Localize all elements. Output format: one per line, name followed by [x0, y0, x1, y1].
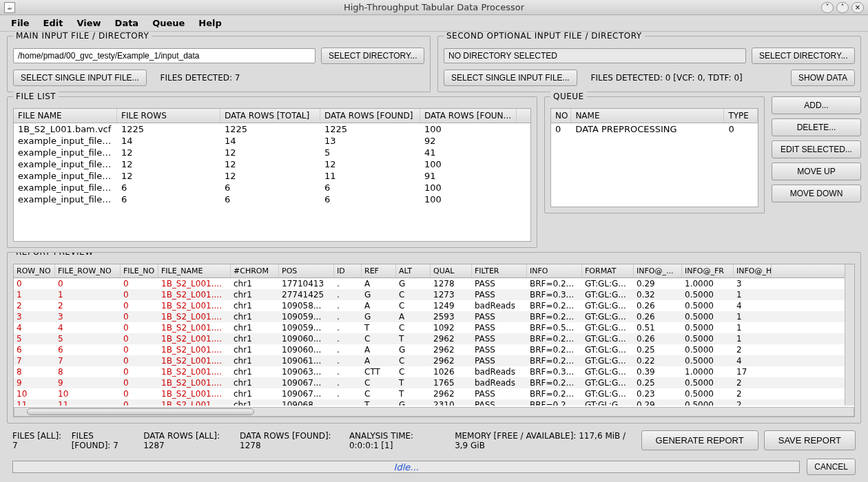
file-list-column-header[interactable]: DATA ROWS [FOUND]: [320, 109, 420, 123]
file-list-column-header[interactable]: DATA ROWS [TOTAL]: [220, 109, 320, 123]
table-cell: 11: [55, 399, 121, 406]
queue-delete-button[interactable]: DELETE...: [772, 118, 861, 136]
table-row[interactable]: 9901B_S2_L001....chr1109067....CT1765bad…: [14, 377, 845, 388]
table-cell: PASS: [472, 278, 527, 289]
table-cell: 1B_S2_L001....: [158, 278, 231, 289]
report-column-header[interactable]: #CHROM: [231, 264, 279, 277]
table-row[interactable]: example_input_file2...1212541: [14, 147, 530, 158]
report-column-header[interactable]: ROW_NO: [14, 264, 55, 277]
table-cell: GT:GL:G...: [582, 322, 634, 333]
report-column-header[interactable]: FILE_NO: [121, 264, 158, 277]
table-cell: T: [362, 399, 396, 406]
queue-move-down-button[interactable]: MOVE DOWN: [772, 185, 861, 202]
table-cell: T: [396, 377, 431, 388]
second-input-path[interactable]: [444, 48, 746, 63]
queue-add-button[interactable]: ADD...: [772, 96, 861, 114]
menu-edit[interactable]: Edit: [38, 17, 69, 30]
table-cell: chr1: [231, 399, 279, 406]
report-column-header[interactable]: POS: [279, 264, 334, 277]
generate-report-button[interactable]: GENERATE REPORT: [641, 430, 758, 450]
table-row[interactable]: 6601B_S2_L001....chr1109060....AG2962PAS…: [14, 344, 845, 355]
table-row[interactable]: 3301B_S2_L001....chr1109059....GA2593PAS…: [14, 311, 845, 322]
table-row[interactable]: example_input_file4...666100: [14, 193, 530, 205]
cancel-button[interactable]: CANCEL: [807, 459, 856, 475]
table-cell: BRF=0.2...: [527, 355, 582, 366]
table-cell: 0: [121, 355, 158, 366]
maximize-icon[interactable]: ˄: [836, 2, 849, 13]
table-cell: 0.22: [634, 355, 682, 366]
table-row[interactable]: 1101B_S2_L001....chr127741425.GC1273PASS…: [14, 289, 845, 300]
table-cell: PASS: [472, 388, 527, 399]
table-row[interactable]: example_input_file4...666100: [14, 182, 530, 193]
main-select-directory-button[interactable]: SELECT DIRECTORY...: [321, 48, 424, 64]
report-column-header[interactable]: QUAL: [431, 264, 472, 277]
table-cell: chr1: [231, 366, 279, 377]
table-row[interactable]: 4401B_S2_L001....chr1109059....TC1092PAS…: [14, 322, 845, 333]
table-cell: 11: [320, 170, 420, 182]
minimize-icon[interactable]: ˅: [821, 2, 834, 13]
table-cell: 3: [55, 311, 121, 322]
table-row[interactable]: 5501B_S2_L001....chr1109060....CT2962PAS…: [14, 333, 845, 344]
table-row[interactable]: 8801B_S2_L001....chr1109063....CTTC1026b…: [14, 366, 845, 377]
table-cell: 0: [121, 278, 158, 289]
table-row[interactable]: 1B_S2_L001.bam.vcf122512251225100: [14, 123, 530, 135]
status-analysis-time: ANALYSIS TIME: 0:0:0:1 [1]: [349, 431, 445, 450]
table-row[interactable]: example_input_file1...14141392: [14, 135, 530, 147]
close-icon[interactable]: ×: [851, 2, 864, 13]
report-column-header[interactable]: INFO@_H: [734, 264, 772, 277]
queue-column-header[interactable]: NO: [551, 109, 571, 123]
table-cell: 100: [420, 193, 517, 205]
table-cell: .: [334, 311, 362, 322]
table-row[interactable]: 0DATA PREPROCESSING0: [551, 123, 758, 135]
main-select-file-button[interactable]: SELECT SINGLE INPUT FILE...: [13, 70, 147, 86]
queue-column-header[interactable]: NAME: [571, 109, 724, 123]
menu-view[interactable]: View: [71, 17, 106, 30]
report-column-header[interactable]: INFO@_FR: [682, 264, 734, 277]
report-column-header[interactable]: FILE_ROW_NO: [55, 264, 121, 277]
table-row[interactable]: 7701B_S2_L001....chr1109061....AC2962PAS…: [14, 355, 845, 366]
table-cell: chr1: [231, 300, 279, 311]
table-cell: 5: [320, 147, 420, 158]
report-column-header[interactable]: INFO: [527, 264, 582, 277]
queue-move-up-button[interactable]: MOVE UP: [772, 163, 861, 180]
table-row[interactable]: 0001B_S2_L001....chr117710413.AG1278PASS…: [14, 278, 845, 289]
report-column-header[interactable]: FILE_NAME: [158, 264, 231, 277]
table-cell: 100: [420, 123, 517, 135]
report-column-header[interactable]: FORMAT: [582, 264, 634, 277]
table-cell: chr1: [231, 289, 279, 300]
table-cell: 4: [734, 355, 772, 366]
queue-edit-button[interactable]: EDIT SELECTED...: [772, 140, 861, 158]
file-list-column-header[interactable]: DATA ROWS [FOUN...: [420, 109, 517, 123]
menu-data[interactable]: Data: [110, 17, 145, 30]
report-column-header[interactable]: REF: [362, 264, 396, 277]
status-files-found: FILES [FOUND]: 7: [72, 431, 134, 450]
file-list-column-header[interactable]: FILE NAME: [14, 109, 117, 123]
save-report-button[interactable]: SAVE REPORT: [764, 430, 856, 450]
second-select-file-button[interactable]: SELECT SINGLE INPUT FILE...: [444, 70, 577, 86]
table-cell: 0.5000: [682, 388, 734, 399]
file-list-column-header[interactable]: FILE ROWS: [117, 109, 220, 123]
table-row[interactable]: example_input_file2...121212100: [14, 158, 530, 170]
table-cell: 17710413: [279, 278, 334, 289]
table-cell: 0: [724, 123, 758, 135]
queue-column-header[interactable]: TYPE: [724, 109, 758, 123]
main-input-path[interactable]: [13, 48, 316, 63]
menu-help[interactable]: Help: [193, 17, 227, 30]
report-column-header[interactable]: FILTER: [472, 264, 527, 277]
report-column-header[interactable]: ALT: [396, 264, 431, 277]
second-select-directory-button[interactable]: SELECT DIRECTORY...: [752, 48, 855, 64]
table-row[interactable]: 2201B_S2_L001....chr1109058....AC1249bad…: [14, 300, 845, 311]
menu-file[interactable]: File: [6, 17, 35, 30]
report-preview-title: REPORT PREVIEW: [13, 252, 96, 257]
table-row[interactable]: 111101B_S2_L001....chr1109068....TG2310P…: [14, 399, 845, 406]
report-column-header[interactable]: INFO@_...: [634, 264, 682, 277]
menu-queue[interactable]: Queue: [147, 17, 190, 30]
table-row[interactable]: example_input_file3...12121191: [14, 170, 530, 182]
report-horizontal-scrollbar[interactable]: [14, 407, 854, 417]
table-cell: 12: [220, 158, 320, 170]
report-vertical-scrollbar[interactable]: [845, 264, 854, 406]
report-column-header[interactable]: ID: [334, 264, 362, 277]
table-cell: 6: [117, 182, 220, 193]
show-data-button[interactable]: SHOW DATA: [791, 70, 855, 86]
table-row[interactable]: 101001B_S2_L001....chr1109067....CT2962P…: [14, 388, 845, 399]
